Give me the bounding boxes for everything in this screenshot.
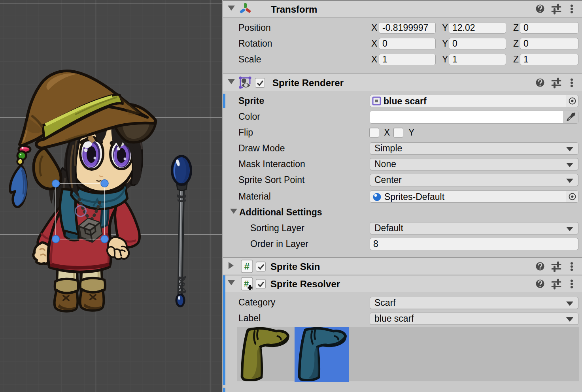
- svg-text:#: #: [244, 261, 249, 271]
